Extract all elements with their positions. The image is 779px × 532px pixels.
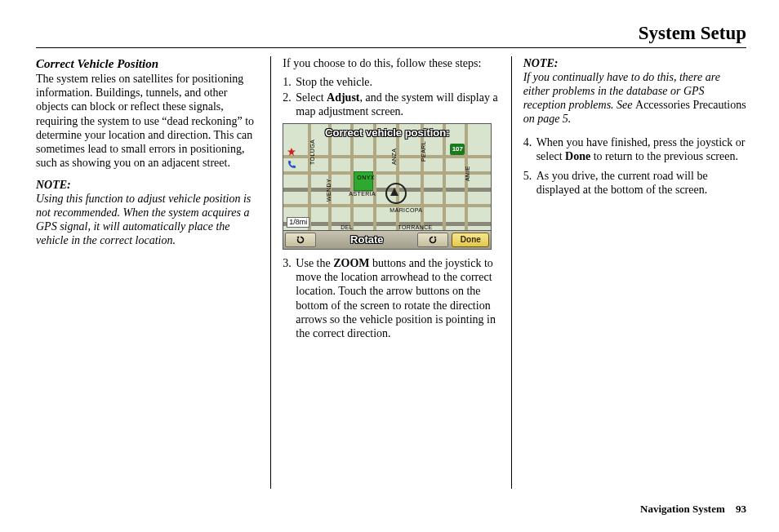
column-3: NOTE: If you continually have to do this… bbox=[511, 56, 746, 489]
column-2: If you choose to do this, follow these s… bbox=[270, 56, 510, 489]
step-text: Use the ZOOM buttons and the joystick to… bbox=[296, 256, 505, 339]
map-bottom-bar: Rotate Done bbox=[283, 230, 491, 249]
step-number: 4. bbox=[523, 135, 536, 163]
note-heading: NOTE: bbox=[523, 56, 746, 70]
street-label: PEARL bbox=[421, 141, 428, 162]
step-1: 1. Stop the vehicle. bbox=[283, 75, 505, 89]
bold-term: Done bbox=[565, 150, 590, 162]
step-number: 5. bbox=[523, 169, 536, 197]
rotate-right-icon bbox=[427, 235, 438, 245]
svg-marker-0 bbox=[287, 148, 296, 156]
page-number: 93 bbox=[736, 503, 746, 515]
map-scale: 1/8mi bbox=[287, 217, 309, 228]
note-heading: NOTE: bbox=[36, 178, 259, 192]
step-text: When you have finished, press the joysti… bbox=[536, 135, 746, 163]
route-shield-icon: 107 bbox=[450, 144, 465, 155]
bold-term: Adjust bbox=[327, 91, 359, 104]
step-text: As you drive, the current road will be d… bbox=[536, 169, 746, 197]
street-label: ONYX bbox=[357, 175, 374, 182]
step-number: 1. bbox=[283, 75, 296, 89]
footer-label: Navigation System bbox=[640, 503, 725, 515]
note-body: Using this function to adjust vehicle po… bbox=[36, 192, 259, 247]
step-3: 3. Use the ZOOM buttons and the joystick… bbox=[283, 256, 505, 339]
star-icon bbox=[287, 147, 296, 157]
map-title: Correct vehicle position: bbox=[325, 126, 449, 140]
cross-reference: Accessories Precautions bbox=[635, 99, 746, 111]
body-text: The system relies on satellites for posi… bbox=[36, 72, 259, 170]
street-label: MARICOPA bbox=[390, 207, 422, 215]
step-number: 3. bbox=[283, 256, 296, 339]
text-fragment: on page 5. bbox=[523, 113, 572, 125]
step-4: 4. When you have finished, press the joy… bbox=[523, 135, 746, 163]
section-heading: Correct Vehicle Position bbox=[36, 56, 259, 71]
intro-text: If you choose to do this, follow these s… bbox=[283, 56, 505, 70]
column-1: Correct Vehicle Position The system reli… bbox=[36, 56, 270, 489]
page-footer: Navigation System 93 bbox=[640, 503, 746, 516]
map-screenshot: Correct vehicle position: 107 ONYX ASTER… bbox=[283, 123, 492, 250]
step-text: Stop the vehicle. bbox=[296, 75, 505, 89]
text-fragment: Use the bbox=[296, 257, 333, 269]
rotate-left-icon bbox=[295, 235, 306, 245]
phone-icon bbox=[287, 160, 296, 170]
street-label: AMIE bbox=[465, 166, 472, 182]
page-title: System Setup bbox=[36, 23, 746, 44]
text-fragment: to return to the previous screen. bbox=[590, 150, 738, 162]
step-2: 2. Select Adjust, and the system will di… bbox=[283, 91, 505, 118]
rotate-left-button[interactable] bbox=[285, 233, 316, 247]
step-number: 2. bbox=[283, 91, 296, 118]
street-label: ANZA bbox=[391, 149, 398, 165]
bold-term: ZOOM bbox=[333, 257, 369, 269]
street-label: ASTERIA bbox=[349, 191, 376, 198]
done-button[interactable]: Done bbox=[452, 233, 489, 247]
text-fragment: Select bbox=[296, 91, 327, 104]
note-body: If you continually have to do this, ther… bbox=[523, 70, 746, 126]
street-label: TOLUGA bbox=[309, 140, 317, 165]
step-text: Select Adjust, and the system will displ… bbox=[296, 91, 505, 118]
header-rule bbox=[36, 47, 746, 48]
text-fragment: buttons and the joystick to move the loc… bbox=[296, 257, 496, 339]
street-label: WENDY bbox=[326, 179, 333, 202]
rotate-right-button[interactable] bbox=[417, 233, 448, 247]
columns: Correct Vehicle Position The system reli… bbox=[36, 56, 746, 489]
rotate-label: Rotate bbox=[318, 231, 416, 249]
step-5: 5. As you drive, the current road will b… bbox=[523, 169, 746, 197]
